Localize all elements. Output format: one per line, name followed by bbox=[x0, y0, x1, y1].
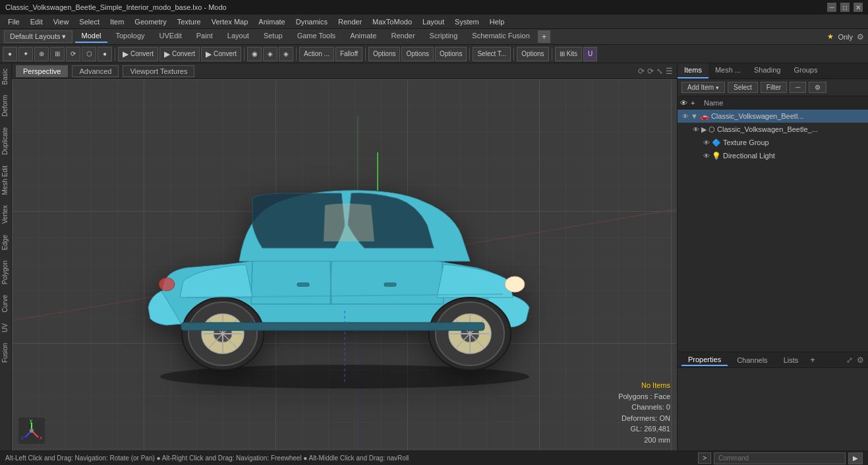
menu-render[interactable]: Render bbox=[333, 16, 367, 27]
tab-schematic-fusion[interactable]: Schematic Fusion bbox=[465, 30, 536, 43]
tab-render[interactable]: Render bbox=[384, 30, 421, 43]
menu-item[interactable]: Item bbox=[105, 16, 129, 27]
options-4-button[interactable]: Options bbox=[517, 47, 548, 61]
scale-button[interactable]: ⊞ bbox=[50, 47, 65, 61]
mesh-button[interactable]: ⬡ bbox=[82, 47, 96, 61]
move-button[interactable]: ⊕ bbox=[34, 47, 49, 61]
col-name-label: Name bbox=[701, 99, 865, 107]
select-mode-button[interactable]: ● bbox=[3, 47, 17, 61]
tool7-button[interactable]: ● bbox=[98, 47, 112, 61]
command-input[interactable] bbox=[714, 452, 846, 464]
menu-layout[interactable]: Layout bbox=[417, 16, 449, 27]
menu-vertex-map[interactable]: Vertex Map bbox=[206, 16, 254, 27]
tab-layout[interactable]: Layout bbox=[221, 30, 256, 43]
layout-settings-icon[interactable]: ⚙ bbox=[857, 32, 864, 42]
tab-shading[interactable]: Shading bbox=[747, 63, 787, 78]
tab-paint[interactable]: Paint bbox=[190, 30, 219, 43]
tab-setup[interactable]: Setup bbox=[257, 30, 289, 43]
sidebar-item-uv[interactable]: UV bbox=[0, 318, 11, 338]
maximize-button[interactable]: □ bbox=[840, 3, 850, 12]
convert-1-button[interactable]: ▶Convert bbox=[118, 47, 158, 61]
expand-panel-icon[interactable]: ⤢ bbox=[846, 356, 853, 365]
3d-scene[interactable]: No Items Polygons : Face Channels: 0 Def… bbox=[12, 79, 677, 450]
list-item[interactable]: 👁 ▼ 🚗 Classic_Volkswagen_Beetl... bbox=[678, 109, 868, 123]
sidebar-item-curve[interactable]: Curve bbox=[0, 290, 11, 318]
menu-file[interactable]: File bbox=[3, 16, 25, 27]
add-tab-button[interactable]: + bbox=[810, 355, 815, 365]
menu-edit[interactable]: Edit bbox=[25, 16, 48, 27]
action-button[interactable]: Action ... bbox=[299, 47, 334, 61]
item-eye-icon[interactable]: 👁 bbox=[691, 124, 701, 135]
tab-lists[interactable]: Lists bbox=[777, 355, 805, 365]
kits-button[interactable]: ⊞ Kits bbox=[555, 47, 582, 61]
panel-settings-icon[interactable]: ⚙ bbox=[857, 356, 864, 365]
menu-animate[interactable]: Animate bbox=[253, 16, 290, 27]
diamond-tool[interactable]: ◈ bbox=[263, 47, 277, 61]
falloff-button[interactable]: Falloff bbox=[335, 47, 362, 61]
vp-icon-1[interactable]: ⟳ bbox=[638, 67, 645, 76]
items-settings-button[interactable]: ⚙ bbox=[809, 82, 826, 93]
tab-topology[interactable]: Topology bbox=[109, 30, 151, 43]
menu-select[interactable]: Select bbox=[74, 16, 105, 27]
convert-2-button[interactable]: ▶Convert bbox=[159, 47, 200, 61]
menu-view[interactable]: View bbox=[48, 16, 74, 27]
sidebar-item-vertex[interactable]: Vertex bbox=[0, 200, 11, 229]
sidebar-item-mesh-edit[interactable]: Mesh Edit bbox=[0, 160, 11, 200]
select-t-button[interactable]: Select T... bbox=[473, 47, 511, 61]
sidebar-item-fusion[interactable]: Fusion bbox=[0, 338, 11, 368]
menu-geometry[interactable]: Geometry bbox=[129, 16, 171, 27]
sidebar-item-deform[interactable]: Deform bbox=[0, 90, 11, 122]
vp-icon-2[interactable]: ⟳ bbox=[647, 67, 654, 76]
add-tab-button[interactable]: + bbox=[538, 30, 551, 43]
add-item-button[interactable]: Add Item ▾ bbox=[681, 82, 725, 93]
options-2-button[interactable]: Options bbox=[401, 47, 433, 61]
tab-properties[interactable]: Properties bbox=[681, 354, 728, 366]
sidebar-item-duplicate[interactable]: Duplicate bbox=[0, 122, 11, 160]
vp-menu-icon[interactable]: ☰ bbox=[666, 67, 673, 76]
filter-button[interactable]: Filter bbox=[761, 82, 787, 93]
sidebar-item-edge[interactable]: Edge bbox=[0, 230, 11, 255]
select-button[interactable]: Select bbox=[728, 82, 758, 93]
diamond2-tool[interactable]: ◈ bbox=[279, 47, 293, 61]
tab-scripting[interactable]: Scripting bbox=[423, 30, 465, 43]
menu-system[interactable]: System bbox=[449, 16, 484, 27]
layout-preset-button[interactable]: Default Layouts ▾ bbox=[4, 30, 72, 43]
menu-help[interactable]: Help bbox=[484, 16, 510, 27]
tab-game-tools[interactable]: Game Tools bbox=[291, 30, 343, 43]
list-item[interactable]: 👁 💡 Directional Light bbox=[678, 149, 868, 162]
vp-tab-advanced[interactable]: Advanced bbox=[72, 65, 119, 77]
tab-items[interactable]: Items bbox=[678, 63, 709, 78]
circle-tool[interactable]: ◉ bbox=[247, 47, 262, 61]
vp-tab-viewport-textures[interactable]: Viewport Textures bbox=[123, 65, 194, 77]
menu-maxtomodo[interactable]: MaxToModo bbox=[367, 16, 417, 27]
toolbar-sep-6 bbox=[513, 47, 514, 61]
list-item[interactable]: 👁 🔷 Texture Group bbox=[678, 136, 868, 149]
tab-mesh[interactable]: Mesh ... bbox=[709, 63, 747, 78]
list-item[interactable]: 👁 ▶ ⬡ Classic_Volkswagen_Beetle_... bbox=[678, 123, 868, 136]
tab-groups[interactable]: Groups bbox=[787, 63, 824, 78]
unreal-button[interactable]: U bbox=[583, 47, 597, 61]
tab-channels[interactable]: Channels bbox=[730, 355, 774, 365]
close-button[interactable]: ✕ bbox=[854, 3, 863, 12]
items-minus-button[interactable]: ─ bbox=[790, 82, 806, 93]
transform-button[interactable]: ✦ bbox=[18, 47, 33, 61]
vp-tab-perspective[interactable]: Perspective bbox=[16, 65, 68, 77]
options-3-button[interactable]: Options bbox=[435, 47, 467, 61]
status-arrow-button[interactable]: > bbox=[698, 452, 711, 464]
item-eye-icon[interactable]: 👁 bbox=[701, 150, 712, 161]
minimize-button[interactable]: ─ bbox=[827, 3, 836, 12]
tab-model[interactable]: Model bbox=[75, 30, 108, 43]
menu-dynamics[interactable]: Dynamics bbox=[291, 16, 333, 27]
command-execute-button[interactable]: ▶ bbox=[848, 452, 863, 464]
sidebar-item-polygon[interactable]: Polygon bbox=[0, 255, 11, 290]
item-eye-icon[interactable]: 👁 bbox=[701, 137, 712, 148]
tab-uvedit[interactable]: UVEdit bbox=[153, 30, 188, 43]
sidebar-item-basic[interactable]: Basic bbox=[0, 63, 11, 90]
convert-3-button[interactable]: ▶Convert bbox=[201, 47, 241, 61]
options-1-button[interactable]: Options bbox=[368, 47, 400, 61]
tab-animate[interactable]: Animate bbox=[343, 30, 383, 43]
item-eye-icon[interactable]: 👁 bbox=[680, 111, 691, 121]
rotate-button[interactable]: ⟳ bbox=[66, 47, 80, 61]
menu-texture[interactable]: Texture bbox=[172, 16, 206, 27]
vp-expand-icon[interactable]: ⤡ bbox=[656, 67, 663, 76]
